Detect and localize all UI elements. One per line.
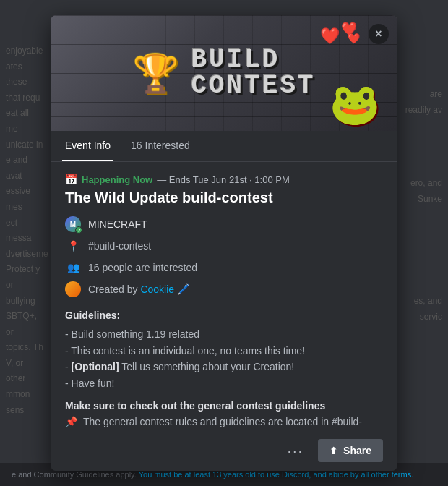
background-right-text: are readily av ero, and Sunke es, and se… [399,0,448,486]
meta-interested-row: 👥 16 people are interested [65,260,383,276]
verified-badge: ✓ [75,226,82,234]
bottom-bar-prefix: e and Community Guidelines apply. [12,470,139,479]
contest-rules: Make sure to check out the general conte… [65,400,383,430]
guidelines-title: Guidelines: [65,307,383,323]
frog-decoration: 🐸 [329,80,380,128]
header-content: 🏆 BUILD CONTEST [132,47,315,99]
event-title: The Wild Update build-contest [65,189,383,206]
tab-interested[interactable]: 16 Interested [128,131,193,161]
modal-body: 📅 Happening Now — Ends Tue Jun 21st · 1:… [51,162,397,430]
rules-text: The general contest rules and guidelines… [83,416,383,430]
modal-header: 🏆 BUILD CONTEST 🐸 ❤️ ❤️ ❤️ [51,15,397,131]
event-modal: 🏆 BUILD CONTEST 🐸 ❤️ ❤️ ❤️ × Event Info … [51,15,397,471]
pin-icon: 📌 [65,416,77,427]
guideline-4: - Have fun! [65,375,383,391]
location-icon: 📍 [65,238,81,254]
meta-channel-row: 📍 #build-contest [65,238,383,254]
share-icon: ⬆ [329,446,337,456]
build-word: BUILD [191,47,315,73]
bottom-bar-text: e and Community Guidelines apply. You mu… [12,470,413,479]
guideline-1: - Build something 1.19 related [65,326,383,342]
close-button[interactable]: × [369,24,389,44]
rules-title: Make sure to check out the general conte… [65,400,383,412]
tabs-container: Event Info 16 Interested [51,131,397,162]
modal-footer: ··· ⬆ Share [51,430,397,471]
guidelines-section: Guidelines: - Build something 1.19 relat… [65,307,383,391]
trophy-icon: 🏆 [132,51,179,95]
rules-row: 📌 The general contest rules and guidelin… [65,416,383,430]
guideline-2: - This contest is an individual one, no … [65,343,383,359]
creator-label: Created by Cookiie 🖊️ [88,284,189,295]
happening-label: Happening Now [82,174,152,185]
people-icon: 👥 [65,260,81,276]
meta-server-row: M ✓ MINECRAFT [65,216,383,232]
event-meta: M ✓ MINECRAFT 📍 #build-contest 👥 16 peop… [65,216,383,297]
heart-decoration-1: ❤️ [320,27,340,46]
heart-decoration-3: ❤️ [348,33,360,44]
share-label: Share [343,445,371,456]
more-options-button[interactable]: ··· [281,440,309,462]
guideline-3: - [Optional] Tell us something about you… [65,359,383,375]
bottom-bar-link: You must be at least 13 years old to use… [139,470,414,479]
tab-event-info[interactable]: Event Info [62,131,113,161]
contest-word: CONTEST [191,73,315,99]
meta-creator-row: Created by Cookiie 🖊️ [65,281,383,297]
optional-label: [Optional] [72,361,119,372]
background-left-text: enjoyable ates these that requ eat all m… [0,0,49,486]
server-avatar: M ✓ [65,216,81,232]
channel-name: #build-contest [88,240,151,252]
happening-now-row: 📅 Happening Now — Ends Tue Jun 21st · 1:… [65,174,383,185]
happening-date: — Ends Tue Jun 21st · 1:00 PM [157,174,290,185]
server-name: MINECRAFT [88,218,147,230]
share-button[interactable]: ⬆ Share [318,439,383,462]
calendar-icon: 📅 [65,174,77,185]
creator-avatar [65,281,81,297]
creator-link[interactable]: Cookiie [140,284,174,295]
interested-count: 16 people are interested [88,262,197,273]
build-contest-text: BUILD CONTEST [191,47,315,99]
